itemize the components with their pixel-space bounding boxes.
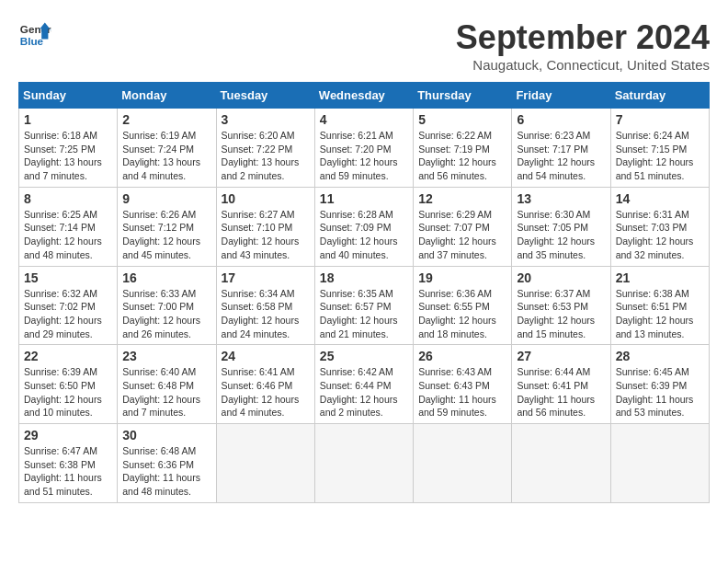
day-info: Sunrise: 6:36 AMSunset: 6:55 PMDaylight:…	[418, 287, 506, 341]
table-row	[216, 424, 314, 503]
day-info: Sunrise: 6:22 AMSunset: 7:19 PMDaylight:…	[418, 129, 506, 183]
day-number: 19	[418, 270, 506, 285]
day-number: 8	[24, 191, 112, 206]
location: Naugatuck, Connecticut, United States	[456, 57, 710, 73]
day-info: Sunrise: 6:29 AMSunset: 7:07 PMDaylight:…	[418, 208, 506, 262]
table-row: 9Sunrise: 6:26 AMSunset: 7:12 PMDaylight…	[118, 187, 216, 266]
table-row: 5Sunrise: 6:22 AMSunset: 7:19 PMDaylight…	[414, 109, 512, 188]
day-info: Sunrise: 6:24 AMSunset: 7:15 PMDaylight:…	[616, 129, 704, 183]
col-saturday: Saturday	[610, 83, 709, 109]
col-thursday: Thursday	[414, 83, 512, 109]
table-row: 1Sunrise: 6:18 AMSunset: 7:25 PMDaylight…	[19, 109, 118, 188]
table-row: 30Sunrise: 6:48 AMSunset: 6:36 PMDayligh…	[118, 424, 216, 503]
day-number: 26	[418, 349, 506, 363]
day-info: Sunrise: 6:40 AMSunset: 6:48 PMDaylight:…	[122, 365, 210, 419]
col-monday: Monday	[118, 83, 216, 109]
table-row	[414, 424, 512, 503]
day-number: 9	[122, 191, 210, 206]
day-number: 30	[122, 428, 210, 442]
day-info: Sunrise: 6:41 AMSunset: 6:46 PMDaylight:…	[222, 365, 310, 419]
day-info: Sunrise: 6:20 AMSunset: 7:22 PMDaylight:…	[222, 129, 310, 183]
day-number: 15	[24, 270, 112, 285]
day-number: 2	[122, 112, 210, 127]
month-title: September 2024	[456, 18, 710, 57]
table-row: 10Sunrise: 6:27 AMSunset: 7:10 PMDayligh…	[216, 187, 314, 266]
table-row	[512, 424, 610, 503]
day-info: Sunrise: 6:26 AMSunset: 7:12 PMDaylight:…	[122, 208, 210, 262]
calendar-row: 1Sunrise: 6:18 AMSunset: 7:25 PMDaylight…	[19, 109, 710, 188]
day-info: Sunrise: 6:19 AMSunset: 7:24 PMDaylight:…	[122, 129, 210, 183]
day-number: 12	[418, 191, 506, 206]
table-row: 16Sunrise: 6:33 AMSunset: 7:00 PMDayligh…	[118, 266, 216, 345]
day-number: 5	[418, 112, 506, 127]
table-row: 27Sunrise: 6:44 AMSunset: 6:41 PMDayligh…	[512, 345, 610, 424]
day-info: Sunrise: 6:23 AMSunset: 7:17 PMDaylight:…	[517, 129, 605, 183]
svg-text:Blue: Blue	[20, 35, 44, 47]
day-number: 4	[320, 112, 408, 127]
table-row: 17Sunrise: 6:34 AMSunset: 6:58 PMDayligh…	[216, 266, 314, 345]
day-number: 25	[320, 349, 408, 363]
day-number: 11	[320, 191, 408, 206]
day-number: 23	[122, 349, 210, 363]
day-info: Sunrise: 6:47 AMSunset: 6:38 PMDaylight:…	[24, 444, 112, 499]
table-row: 14Sunrise: 6:31 AMSunset: 7:03 PMDayligh…	[610, 187, 709, 266]
table-row: 24Sunrise: 6:41 AMSunset: 6:46 PMDayligh…	[216, 345, 314, 424]
table-row: 21Sunrise: 6:38 AMSunset: 6:51 PMDayligh…	[610, 266, 709, 345]
table-row: 26Sunrise: 6:43 AMSunset: 6:43 PMDayligh…	[414, 345, 512, 424]
day-info: Sunrise: 6:32 AMSunset: 7:02 PMDaylight:…	[24, 287, 112, 341]
header: General Blue September 2024 Naugatuck, C…	[18, 18, 710, 73]
day-number: 13	[517, 191, 605, 206]
day-number: 1	[24, 112, 112, 127]
day-info: Sunrise: 6:27 AMSunset: 7:10 PMDaylight:…	[222, 208, 310, 262]
table-row: 20Sunrise: 6:37 AMSunset: 6:53 PMDayligh…	[512, 266, 610, 345]
table-row: 3Sunrise: 6:20 AMSunset: 7:22 PMDaylight…	[216, 109, 314, 188]
day-info: Sunrise: 6:44 AMSunset: 6:41 PMDaylight:…	[517, 365, 605, 419]
day-info: Sunrise: 6:45 AMSunset: 6:39 PMDaylight:…	[616, 365, 704, 419]
table-row: 11Sunrise: 6:28 AMSunset: 7:09 PMDayligh…	[314, 187, 413, 266]
day-number: 21	[616, 270, 704, 285]
table-row: 4Sunrise: 6:21 AMSunset: 7:20 PMDaylight…	[314, 109, 413, 188]
day-number: 29	[24, 428, 112, 442]
col-tuesday: Tuesday	[216, 83, 314, 109]
day-info: Sunrise: 6:48 AMSunset: 6:36 PMDaylight:…	[122, 444, 210, 499]
calendar-row: 8Sunrise: 6:25 AMSunset: 7:14 PMDaylight…	[19, 187, 710, 266]
table-row: 6Sunrise: 6:23 AMSunset: 7:17 PMDaylight…	[512, 109, 610, 188]
table-row: 19Sunrise: 6:36 AMSunset: 6:55 PMDayligh…	[414, 266, 512, 345]
table-row	[314, 424, 413, 503]
table-row	[610, 424, 709, 503]
col-friday: Friday	[512, 83, 610, 109]
table-row: 7Sunrise: 6:24 AMSunset: 7:15 PMDaylight…	[610, 109, 709, 188]
day-number: 18	[320, 270, 408, 285]
table-row: 29Sunrise: 6:47 AMSunset: 6:38 PMDayligh…	[19, 424, 118, 503]
table-row: 2Sunrise: 6:19 AMSunset: 7:24 PMDaylight…	[118, 109, 216, 188]
calendar-row: 29Sunrise: 6:47 AMSunset: 6:38 PMDayligh…	[19, 424, 710, 503]
day-info: Sunrise: 6:34 AMSunset: 6:58 PMDaylight:…	[222, 287, 310, 341]
day-number: 28	[616, 349, 704, 363]
day-info: Sunrise: 6:33 AMSunset: 7:00 PMDaylight:…	[122, 287, 210, 341]
calendar-table: Sunday Monday Tuesday Wednesday Thursday…	[18, 82, 710, 503]
calendar-row: 15Sunrise: 6:32 AMSunset: 7:02 PMDayligh…	[19, 266, 710, 345]
logo-icon: General Blue	[18, 18, 51, 52]
day-number: 14	[616, 191, 704, 206]
title-area: September 2024 Naugatuck, Connecticut, U…	[456, 18, 710, 73]
logo: General Blue	[18, 18, 51, 52]
day-info: Sunrise: 6:35 AMSunset: 6:57 PMDaylight:…	[320, 287, 408, 341]
day-info: Sunrise: 6:43 AMSunset: 6:43 PMDaylight:…	[418, 365, 506, 419]
day-number: 6	[517, 112, 605, 127]
day-number: 24	[222, 349, 310, 363]
day-number: 27	[517, 349, 605, 363]
day-info: Sunrise: 6:25 AMSunset: 7:14 PMDaylight:…	[24, 208, 112, 262]
table-row: 8Sunrise: 6:25 AMSunset: 7:14 PMDaylight…	[19, 187, 118, 266]
day-number: 7	[616, 112, 704, 127]
day-info: Sunrise: 6:38 AMSunset: 6:51 PMDaylight:…	[616, 287, 704, 341]
table-row: 28Sunrise: 6:45 AMSunset: 6:39 PMDayligh…	[610, 345, 709, 424]
day-info: Sunrise: 6:21 AMSunset: 7:20 PMDaylight:…	[320, 129, 408, 183]
col-wednesday: Wednesday	[314, 83, 413, 109]
day-number: 22	[24, 349, 112, 363]
table-row: 18Sunrise: 6:35 AMSunset: 6:57 PMDayligh…	[314, 266, 413, 345]
calendar-row: 22Sunrise: 6:39 AMSunset: 6:50 PMDayligh…	[19, 345, 710, 424]
day-number: 17	[222, 270, 310, 285]
table-row: 12Sunrise: 6:29 AMSunset: 7:07 PMDayligh…	[414, 187, 512, 266]
day-info: Sunrise: 6:28 AMSunset: 7:09 PMDaylight:…	[320, 208, 408, 262]
day-info: Sunrise: 6:30 AMSunset: 7:05 PMDaylight:…	[517, 208, 605, 262]
